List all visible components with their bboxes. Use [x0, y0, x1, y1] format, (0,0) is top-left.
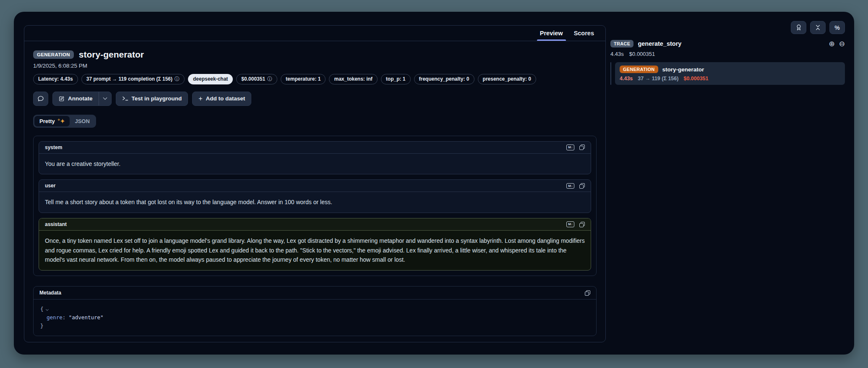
collapse-all-icon[interactable]: ⊖ — [839, 40, 845, 47]
app-window: Preview Scores GENERATION story-generato… — [14, 12, 854, 355]
tab-scores[interactable]: Scores — [568, 26, 600, 41]
metadata-section: Metadata { genre: "adventure" } — [33, 286, 597, 336]
format-toggle-row: Pretty ✧✦ JSON — [33, 115, 597, 128]
token-usage-badge[interactable]: 37 prompt → 119 completion (Σ 156) ⓘ — [81, 74, 185, 84]
metadata-json: { genre: "adventure" } — [34, 300, 596, 336]
action-buttons: Annotate Test in playground — [33, 92, 597, 106]
json-key: genre — [47, 314, 63, 321]
collapse-button[interactable] — [810, 21, 826, 34]
message-header: user M↓ — [39, 180, 591, 192]
trace-metrics: 4.43s $0.000351 — [610, 51, 845, 57]
messages-container: system M↓ You are a creative storyteller… — [33, 136, 597, 276]
trace-type-badge: TRACE — [610, 40, 633, 47]
annotate-dropdown-button[interactable] — [99, 92, 111, 105]
node-name: story-generator — [662, 66, 704, 73]
plus-icon: + — [198, 95, 202, 102]
chevron-down-icon — [103, 96, 107, 100]
node-token-usage: 37 → 119 (Σ 156) — [638, 76, 678, 81]
annotate-label: Annotate — [68, 95, 93, 102]
message-header: system M↓ — [39, 142, 591, 154]
message-assistant: assistant M↓ Once, a tiny token named Le… — [39, 218, 591, 271]
top-p-badge: top_p: 1 — [381, 74, 411, 84]
copy-icon[interactable] — [579, 222, 585, 227]
temperature-badge: temperature: 1 — [281, 74, 326, 84]
node-latency: 4.43s — [620, 76, 633, 81]
tree-node-story-generator[interactable]: GENERATION story-generator 4.43s 37 → 11… — [615, 62, 845, 85]
copy-icon[interactable] — [579, 145, 585, 150]
copy-icon[interactable] — [585, 290, 590, 296]
json-line: } — [40, 322, 589, 330]
observation-timestamp: 1/9/2025, 6:08:25 PM — [33, 63, 597, 69]
award-icon — [795, 24, 802, 31]
tab-preview[interactable]: Preview — [534, 26, 568, 41]
cost-badge[interactable]: $0.000351 ⓘ — [236, 74, 277, 84]
add-to-dataset-label: Add to dataset — [206, 95, 245, 102]
observation-content: GENERATION story-generator 1/9/2025, 6:0… — [24, 41, 605, 342]
pretty-label: Pretty — [39, 118, 55, 124]
comments-button[interactable] — [33, 92, 48, 106]
trace-latency: 4.43s — [610, 51, 624, 57]
scores-award-button[interactable] — [791, 21, 806, 34]
terminal-icon — [122, 96, 128, 101]
page-title: story-generator — [79, 50, 144, 60]
message-header: assistant M↓ — [39, 218, 591, 231]
message-role: user — [45, 183, 55, 189]
observation-panel: Preview Scores GENERATION story-generato… — [24, 25, 606, 342]
playground-label: Test in playground — [132, 95, 182, 102]
add-to-dataset-button[interactable]: + Add to dataset — [192, 92, 251, 106]
copy-icon[interactable] — [579, 183, 585, 189]
sparkles-icon: ✧✦ — [57, 118, 65, 124]
observation-type-badge: GENERATION — [33, 50, 74, 59]
json-value: "adventure" — [69, 314, 104, 321]
info-icon: ⓘ — [267, 76, 272, 83]
observation-badges: Latency: 4.43s 37 prompt → 119 completio… — [33, 74, 597, 84]
annotate-split-button: Annotate — [52, 92, 112, 106]
message-role: assistant — [45, 221, 67, 227]
trace-name[interactable]: generate_story — [638, 40, 681, 47]
json-line: genre: "adventure" — [40, 313, 589, 322]
message-system: system M↓ You are a creative storyteller… — [39, 141, 591, 175]
tree-indent-line — [610, 62, 611, 85]
latency-badge: Latency: 4.43s — [33, 74, 78, 84]
node-cost: $0.000351 — [683, 76, 708, 81]
message-content: You are a creative storyteller. — [39, 154, 591, 174]
trace-sidebar: % TRACE generate_story ⊕ ⊖ 4.43s $0.0003… — [610, 21, 845, 85]
sidebar-toolbar: % — [610, 21, 845, 34]
toggle-json[interactable]: JSON — [70, 116, 94, 126]
model-badge[interactable]: deepseek-chat — [188, 74, 233, 84]
json-line[interactable]: { — [40, 305, 589, 313]
metrics-percent-button[interactable]: % — [829, 21, 845, 34]
metadata-header: Metadata — [34, 287, 596, 300]
message-user: user M↓ Tell me a short story about a to… — [39, 179, 591, 213]
markdown-toggle-icon[interactable]: M↓ — [566, 221, 574, 227]
comment-bubble-icon — [37, 95, 44, 102]
presence-penalty-badge: presence_penalty: 0 — [478, 74, 536, 84]
trace-header: TRACE generate_story ⊕ ⊖ — [610, 40, 845, 47]
percent-icon: % — [834, 24, 839, 31]
observation-header: GENERATION story-generator — [33, 50, 597, 60]
message-content: Tell me a short story about a token that… — [39, 192, 591, 213]
edit-pen-icon — [59, 96, 65, 102]
collapse-vertical-icon — [815, 24, 821, 31]
cost-label: $0.000351 — [241, 76, 265, 83]
preview-scores-tabbar: Preview Scores — [24, 26, 605, 41]
frequency-penalty-badge: frequency_penalty: 0 — [414, 74, 474, 84]
tree-expand-controls: ⊕ ⊖ — [829, 40, 845, 47]
message-role: system — [45, 145, 62, 150]
pretty-json-toggle: Pretty ✧✦ JSON — [33, 115, 96, 128]
message-content: Once, a tiny token named Lex set off to … — [39, 231, 591, 270]
node-metrics: 4.43s 37 → 119 (Σ 156) $0.000351 — [620, 76, 840, 81]
generation-type-badge: GENERATION — [620, 66, 658, 73]
markdown-toggle-icon[interactable]: M↓ — [566, 145, 574, 150]
toggle-pretty[interactable]: Pretty ✧✦ — [34, 116, 70, 126]
info-icon: ⓘ — [175, 76, 180, 83]
metadata-title: Metadata — [39, 290, 61, 296]
collapse-chevron-icon — [45, 308, 48, 311]
expand-all-icon[interactable]: ⊕ — [829, 40, 835, 47]
token-usage-label: 37 prompt → 119 completion (Σ 156) — [86, 76, 172, 83]
annotate-button[interactable]: Annotate — [53, 92, 99, 105]
trace-cost: $0.000351 — [629, 51, 655, 57]
test-in-playground-button[interactable]: Test in playground — [116, 92, 188, 106]
markdown-toggle-icon[interactable]: M↓ — [566, 183, 574, 189]
max-tokens-badge: max_tokens: inf — [329, 74, 377, 84]
